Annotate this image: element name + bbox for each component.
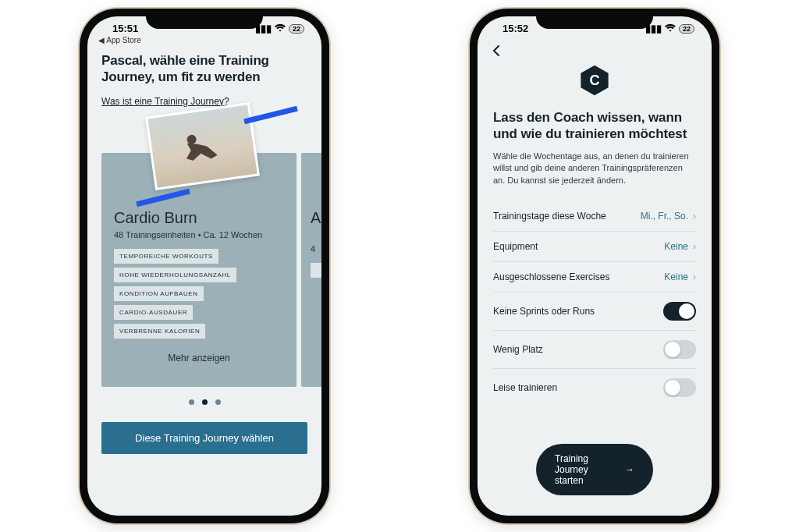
journey-hero-image — [145, 102, 260, 190]
row-label: Keine Sprints oder Runs — [493, 306, 595, 317]
journey-sub-peek: 4 — [311, 244, 321, 254]
row-limited-space: Wenig Platz — [493, 331, 696, 369]
chevron-left-icon — [492, 45, 502, 56]
journey-carousel[interactable]: Cardio Burn 48 Trainingseinheiten • Ca. … — [101, 129, 307, 395]
journey-tags: TEMPOREICHE WORKOUTS HOHE WIEDERHOLUNGSA… — [114, 249, 284, 339]
page-title: Pascal, wähle eine Training Journey, um … — [101, 52, 307, 86]
row-training-days[interactable]: Trainingstage diese Woche Mi., Fr., So.› — [493, 201, 696, 232]
tag: CARDIO-AUSDAUER — [114, 305, 193, 320]
journey-title-peek: A — [311, 209, 321, 227]
page-description: Wähle die Wochentage aus, an denen du tr… — [493, 151, 696, 188]
row-value: Mi., Fr., So.› — [641, 211, 696, 222]
dot-active[interactable] — [202, 399, 208, 405]
tag — [311, 263, 321, 278]
chevron-right-icon: › — [693, 241, 696, 252]
row-label: Ausgeschlossene Exercises — [493, 271, 609, 282]
select-journey-button[interactable]: Diese Training Journey wählen — [101, 422, 307, 454]
row-equipment[interactable]: Equipment Keine› — [493, 232, 696, 262]
status-time: 15:52 — [502, 23, 528, 34]
row-label: Trainingstage diese Woche — [493, 211, 606, 222]
arrow-right-icon: → — [625, 464, 634, 475]
hex-icon: C — [578, 64, 611, 97]
logo-letter: C — [590, 73, 600, 89]
row-label: Wenig Platz — [493, 344, 543, 355]
screen: 15:52 ▮▮▮ 22 C Lass den Coach wissen, wa… — [478, 16, 712, 516]
row-no-sprints: Keine Sprints oder Runs — [493, 293, 696, 331]
accent-stripe-top — [243, 105, 298, 124]
main-content: Lass den Coach wissen, wann und wie du t… — [478, 109, 712, 406]
back-to-appstore[interactable]: ◀ App Store — [87, 36, 321, 48]
status-time: 15:51 — [112, 23, 138, 34]
wifi-icon — [665, 23, 676, 34]
row-value: Keine› — [664, 271, 696, 282]
phone-coach-preferences: 15:52 ▮▮▮ 22 C Lass den Coach wissen, wa… — [470, 9, 719, 523]
journey-card-next-peek[interactable]: A 4 — [301, 153, 321, 387]
what-is-journey-link[interactable]: Was ist eine Training Journey? — [101, 96, 229, 107]
row-label: Leise trainieren — [493, 382, 557, 393]
dot[interactable] — [189, 399, 194, 405]
notch — [536, 9, 653, 29]
toggle-no-sprints[interactable] — [663, 302, 696, 321]
start-journey-label: Training Journey starten — [555, 453, 619, 486]
journey-subtitle: 48 Trainingseinheiten • Ca. 12 Wochen — [114, 230, 284, 239]
journey-card-cardio-burn[interactable]: Cardio Burn 48 Trainingseinheiten • Ca. … — [101, 153, 297, 387]
carousel-dots[interactable] — [101, 399, 307, 405]
notch — [146, 9, 263, 29]
battery-icon: 22 — [679, 24, 694, 34]
tag: VERBRENNE KALORIEN — [114, 324, 205, 339]
start-journey-button[interactable]: Training Journey starten → — [536, 444, 653, 495]
battery-icon: 22 — [289, 24, 304, 34]
tag: HOHE WIEDERHOLUNGSANZAHL — [114, 268, 236, 282]
show-more-link[interactable]: Mehr anzeigen — [114, 353, 284, 364]
tag: KONDITION AUFBAUEN — [114, 286, 204, 301]
row-quiet-training: Leise trainieren — [493, 369, 696, 406]
toggle-limited-space[interactable] — [663, 340, 696, 359]
screen: 15:51 ▮▮▮ 22 ◀ App Store Pascal, wähle e… — [87, 16, 321, 516]
status-right: ▮▮▮ 22 — [645, 23, 694, 34]
chevron-right-icon: › — [693, 211, 696, 222]
row-value: Keine› — [664, 241, 696, 252]
row-label: Equipment — [493, 241, 538, 252]
journey-title: Cardio Burn — [114, 209, 284, 227]
dot[interactable] — [215, 399, 221, 405]
phone-journey-select: 15:51 ▮▮▮ 22 ◀ App Store Pascal, wähle e… — [80, 9, 329, 523]
tag: TEMPOREICHE WORKOUTS — [114, 249, 218, 264]
row-excluded-exercises[interactable]: Ausgeschlossene Exercises Keine› — [493, 262, 696, 293]
page-title: Lass den Coach wissen, wann und wie du t… — [493, 109, 696, 143]
toggle-quiet[interactable] — [663, 378, 696, 397]
coach-logo: C — [478, 64, 712, 97]
runner-figure — [182, 128, 229, 168]
status-right: ▮▮▮ 22 — [255, 23, 304, 34]
back-button[interactable] — [478, 36, 712, 61]
main-content: Pascal, wähle eine Training Journey, um … — [87, 48, 321, 405]
chevron-right-icon: › — [693, 271, 696, 282]
wifi-icon — [275, 23, 286, 34]
